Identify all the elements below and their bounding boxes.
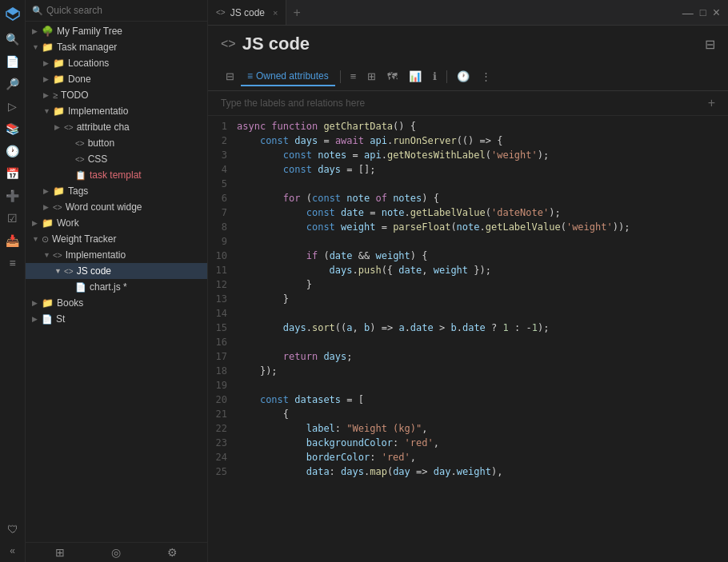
toolbar-btn5[interactable]: 📊 bbox=[404, 67, 426, 86]
arrow-icon: ▶ bbox=[32, 299, 42, 307]
tree-label: Implementatio bbox=[68, 106, 128, 117]
toolbar-btn6[interactable]: ℹ bbox=[428, 67, 442, 86]
book-icon[interactable]: 📚 bbox=[3, 120, 22, 138]
code-line: 10 if (date && weight) { bbox=[208, 249, 728, 263]
line-content: if (date && weight) { bbox=[237, 249, 728, 263]
line-number: 9 bbox=[208, 234, 237, 249]
tree-icon: 📄 bbox=[75, 282, 86, 293]
plus-icon[interactable]: ➕ bbox=[3, 187, 22, 205]
minimize-button[interactable]: — bbox=[682, 7, 694, 18]
line-number: 19 bbox=[208, 378, 237, 393]
tree-label: chart.js * bbox=[90, 281, 127, 293]
tree-item-task-templat[interactable]: 📋 task templat bbox=[26, 167, 207, 183]
line-number: 11 bbox=[208, 263, 237, 277]
tree-label: JS code bbox=[77, 265, 111, 277]
toolbar-btn2[interactable]: ≡ bbox=[346, 67, 362, 86]
collapse-icon[interactable]: « bbox=[7, 543, 18, 559]
code-line: 3 const notes = api.getNotesWithLabel('w… bbox=[208, 148, 728, 162]
code-line: 16 bbox=[208, 335, 728, 349]
tree-icon: <> bbox=[53, 203, 62, 212]
code-line: 20 const datasets = [ bbox=[208, 393, 728, 407]
line-number: 1 bbox=[208, 119, 237, 134]
arrow-icon: ▶ bbox=[43, 75, 53, 83]
tree-item-implementation2[interactable]: ▼ <> Implementatio bbox=[26, 247, 207, 263]
tree-item-work[interactable]: ▶ 📁 Work bbox=[26, 215, 207, 231]
sidebar-bottom-bar: ⊞ ◎ ⚙ bbox=[26, 542, 207, 562]
arrow-icon: ▶ bbox=[32, 219, 42, 227]
target-icon[interactable]: ◎ bbox=[111, 546, 121, 559]
clock-icon[interactable]: 🕐 bbox=[3, 142, 22, 160]
tree-item-tags[interactable]: ▶ 📁 Tags bbox=[26, 183, 207, 199]
line-content: days.sort((a, b) => a.date > b.date ? 1 … bbox=[237, 321, 728, 335]
toolbar-filter-btn[interactable]: ⊟ bbox=[221, 67, 239, 86]
maximize-button[interactable]: □ bbox=[700, 7, 706, 18]
toolbar-history-btn[interactable]: 🕐 bbox=[452, 67, 474, 86]
add-label-button[interactable]: + bbox=[708, 96, 715, 110]
tree-item-chart-js[interactable]: 📄 chart.js * bbox=[26, 279, 207, 295]
note-header: <> JS code ⊟ bbox=[208, 26, 728, 62]
tree-item-button[interactable]: <> button bbox=[26, 135, 207, 151]
line-number: 24 bbox=[208, 450, 237, 464]
code-line: 23 backgroundColor: 'red', bbox=[208, 436, 728, 450]
shield-icon[interactable]: 🛡 bbox=[5, 520, 21, 538]
layers-icon[interactable]: ≡ bbox=[6, 254, 18, 272]
tree-item-word-count[interactable]: ▶ <> Word count widge bbox=[26, 199, 207, 215]
settings-icon[interactable]: ⚙ bbox=[167, 546, 178, 559]
tab-close-icon[interactable]: × bbox=[273, 8, 278, 18]
close-button[interactable]: × bbox=[713, 6, 720, 19]
tree-item-done[interactable]: ▶ 📁 Done bbox=[26, 71, 207, 87]
toolbar-owned-attributes-btn[interactable]: ≡ Owned attributes bbox=[241, 67, 335, 86]
code-line: 24 borderColor: 'red', bbox=[208, 450, 728, 464]
line-number: 5 bbox=[208, 177, 237, 191]
toolbar-btn4[interactable]: 🗺 bbox=[382, 67, 402, 86]
check-icon[interactable]: ☑ bbox=[5, 209, 20, 227]
line-content: backgroundColor: 'red', bbox=[237, 436, 728, 450]
search-bar: 🔍 bbox=[26, 0, 207, 22]
toolbar-btn3[interactable]: ⊞ bbox=[362, 67, 381, 86]
tree-label: task templat bbox=[90, 169, 142, 181]
tab-js-code[interactable]: <> JS code × bbox=[208, 0, 286, 25]
notes-icon[interactable]: 📄 bbox=[3, 53, 22, 70]
inbox-icon[interactable]: 📥 bbox=[3, 232, 22, 249]
tree-item-attribute-cha[interactable]: ▶ <> attribute cha bbox=[26, 119, 207, 135]
line-number: 14 bbox=[208, 306, 237, 321]
tree-item-my-family-tree[interactable]: ▶ 🌳 My Family Tree bbox=[26, 23, 207, 39]
calendar-icon[interactable]: 📅 bbox=[3, 165, 22, 182]
tree-item-locations[interactable]: ▶ 📁 Locations bbox=[26, 55, 207, 71]
nav-icon[interactable]: ▷ bbox=[6, 98, 19, 115]
tree-label: Tags bbox=[68, 185, 88, 197]
tree-item-weight-tracker[interactable]: ▼ ⊙ Weight Tracker bbox=[26, 231, 207, 247]
line-content: const days = []; bbox=[237, 162, 728, 177]
arrow-icon: ▶ bbox=[32, 27, 42, 35]
tree-item-js-code[interactable]: ▼ <> JS code bbox=[26, 263, 207, 279]
tree-item-task-manager[interactable]: ▼ 📁 Task manager bbox=[26, 39, 207, 55]
line-number: 16 bbox=[208, 335, 237, 349]
search-icon[interactable]: 🔍 bbox=[3, 30, 22, 48]
line-number: 25 bbox=[208, 464, 237, 479]
sidebar-toggle-icon[interactable]: ⊟ bbox=[705, 37, 715, 52]
line-content: borderColor: 'red', bbox=[237, 450, 728, 464]
toolbar-more-btn[interactable]: ⋮ bbox=[476, 67, 496, 86]
tree-item-implementation[interactable]: ▼ 📁 Implementatio bbox=[26, 103, 207, 119]
line-content: const weight = parseFloat(note.getLabelV… bbox=[237, 220, 728, 234]
tree-item-todo[interactable]: ▶ ≥ TODO bbox=[26, 87, 207, 103]
line-content: label: "Weight (kg)", bbox=[237, 421, 728, 436]
layers-bottom-icon[interactable]: ⊞ bbox=[55, 546, 65, 559]
owned-attrs-icon: ≡ bbox=[247, 70, 253, 82]
search2-icon[interactable]: 🔎 bbox=[3, 75, 22, 93]
tab-add-button[interactable]: + bbox=[286, 0, 306, 26]
tree-icon: <> bbox=[64, 267, 74, 276]
tree-item-css[interactable]: <> CSS bbox=[26, 151, 207, 167]
code-line: 7 const date = note.getLabelValue('dateN… bbox=[208, 205, 728, 220]
code-area[interactable]: 1async function getChartData() {2 const … bbox=[208, 116, 728, 562]
tree-icon: 📄 bbox=[42, 314, 53, 325]
code-line: 5 bbox=[208, 177, 728, 191]
tree-icon: 📁 bbox=[53, 185, 65, 197]
tree-item-books[interactable]: ▶ 📁 Books bbox=[26, 295, 207, 311]
line-content: } bbox=[237, 277, 728, 292]
tree-icon: 📁 bbox=[53, 58, 65, 69]
note-code-icon: <> bbox=[221, 37, 236, 51]
arrow-icon: ▶ bbox=[43, 91, 53, 99]
search-input[interactable] bbox=[46, 5, 201, 16]
tree-item-st[interactable]: ▶ 📄 St bbox=[26, 311, 207, 327]
